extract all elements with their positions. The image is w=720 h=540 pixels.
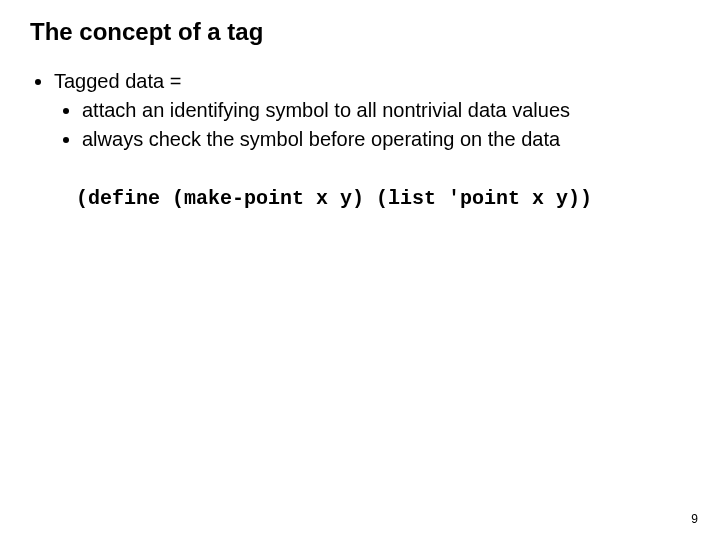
bullet-main: Tagged data = attach an identifying symb… <box>54 68 700 153</box>
bullet-sub-2: always check the symbol before operating… <box>82 126 700 153</box>
page-number: 9 <box>691 512 698 526</box>
slide: The concept of a tag Tagged data = attac… <box>0 0 720 540</box>
code-block: (define (make-point x y) (list 'point x … <box>76 187 700 210</box>
bullet-list: Tagged data = attach an identifying symb… <box>30 68 700 153</box>
slide-title: The concept of a tag <box>30 18 700 46</box>
bullet-sub-1: attach an identifying symbol to all nont… <box>82 97 700 124</box>
bullet-sublist: attach an identifying symbol to all nont… <box>54 97 700 153</box>
bullet-main-text: Tagged data = <box>54 70 181 92</box>
